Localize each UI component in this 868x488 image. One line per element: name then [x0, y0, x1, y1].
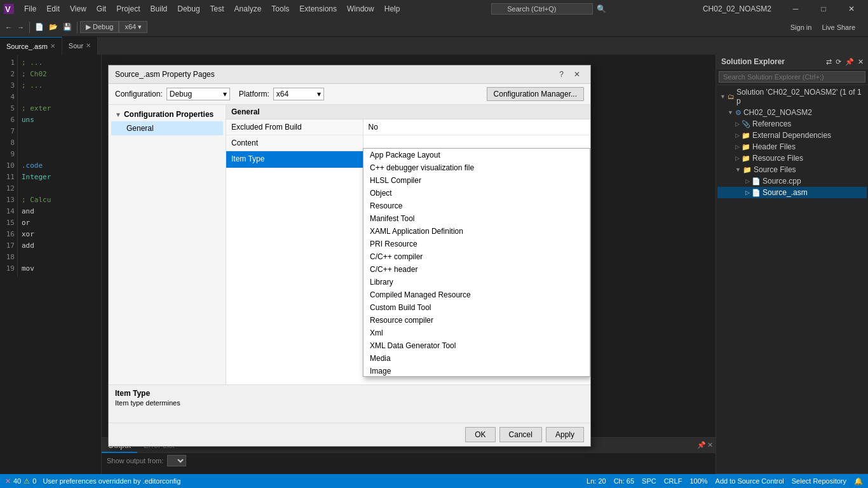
- toolbar-new[interactable]: 📄: [32, 22, 46, 32]
- toolbar-debug[interactable]: ▶ Debug: [80, 21, 119, 33]
- menu-test[interactable]: Test: [205, 0, 229, 18]
- se-references-label: References: [752, 119, 791, 128]
- dropdown-item-hlsl[interactable]: HLSL Compiler: [363, 174, 590, 187]
- menu-debug[interactable]: Debug: [172, 0, 205, 18]
- dropdown-item-xml-data[interactable]: XML Data Generator Tool: [363, 339, 590, 352]
- references-icon: 📎: [742, 120, 750, 128]
- config-props-item[interactable]: ▼ Configuration Properties: [111, 107, 223, 121]
- dropdown-item-resource[interactable]: Resource: [363, 200, 590, 212]
- se-pin-btn[interactable]: 📌: [843, 57, 856, 67]
- menu-file[interactable]: File: [19, 0, 41, 18]
- menu-view[interactable]: View: [65, 0, 92, 18]
- toolbar-separator-1: [29, 22, 30, 33]
- maximize-button[interactable]: □: [810, 0, 837, 18]
- se-resource-files-label: Resource Files: [752, 154, 803, 163]
- line-numbers: 12345 678910 1112131415 16171819: [0, 55, 18, 277]
- dropdown-item-custom-build[interactable]: Custom Build Tool: [363, 301, 590, 314]
- output-pin-btn[interactable]: 📌: [697, 441, 706, 449]
- menu-git[interactable]: Git: [92, 0, 111, 18]
- se-references-item[interactable]: ▷ 📎 References: [717, 118, 867, 130]
- error-indicator-status[interactable]: ✕ 40 ⚠ 0: [5, 477, 36, 485]
- tab-source-asm-close[interactable]: ✕: [50, 37, 55, 55]
- status-left-text: User preferences overridden by .editorco…: [43, 477, 180, 485]
- dropdown-item-cpp-debugger[interactable]: C++ debugger visualization file: [363, 161, 590, 174]
- prop-name-content: Content: [226, 135, 363, 151]
- toolbar-open[interactable]: 📂: [46, 22, 60, 32]
- output-close-btn[interactable]: ✕: [707, 441, 713, 449]
- se-source-cpp-item[interactable]: ▷ 📄 Source.cpp: [717, 175, 867, 187]
- ok-button[interactable]: OK: [465, 427, 495, 442]
- config-dropdown[interactable]: Debug ▾: [166, 88, 230, 100]
- se-source-files-item[interactable]: ▼ 📁 Source Files: [717, 164, 867, 175]
- tab-sour[interactable]: Sour ✕: [62, 37, 98, 55]
- dropdown-item-xaml-app[interactable]: XAML Application Definition: [363, 225, 590, 238]
- menu-build[interactable]: Build: [146, 0, 173, 18]
- toolbar-back[interactable]: ←: [3, 22, 15, 32]
- se-close-btn[interactable]: ✕: [856, 57, 865, 67]
- menu-edit[interactable]: Edit: [41, 0, 65, 18]
- dropdown-item-cpp-compiler[interactable]: C/C++ compiler: [363, 250, 590, 263]
- select-repository[interactable]: Select Repository: [792, 477, 846, 485]
- search-icon: 🔍: [597, 4, 606, 13]
- dropdown-item-cpp-header[interactable]: C/C++ header: [363, 263, 590, 276]
- close-button[interactable]: ✕: [837, 0, 865, 18]
- toolbar-save[interactable]: 💾: [60, 22, 74, 32]
- property-pages-dialog: Source_.asm Property Pages ? ✕ Configura…: [108, 65, 591, 447]
- toolbar-forward[interactable]: →: [15, 22, 27, 32]
- live-share-btn[interactable]: Live Share: [819, 22, 858, 32]
- error-count: 40: [13, 477, 21, 485]
- tab-source-asm-label: Source_.asm: [6, 37, 48, 55]
- se-solution-item[interactable]: ▼ 🗂 Solution 'CH02_02_NOASM2' (1 of 1 p: [717, 86, 867, 107]
- se-resource-files-item[interactable]: ▷ 📁 Resource Files: [717, 152, 867, 164]
- menu-extensions[interactable]: Extensions: [294, 0, 342, 18]
- dropdown-item-media[interactable]: Media: [363, 352, 590, 365]
- dialog-close-btn[interactable]: ✕: [570, 69, 584, 80]
- se-external-deps-item[interactable]: ▷ 📁 External Dependencies: [717, 130, 867, 141]
- se-project-item[interactable]: ▼ ⚙ CH02_02_NOASM2: [717, 107, 867, 118]
- notification-bell-icon[interactable]: 🔔: [854, 477, 863, 485]
- source-asm-expand-icon: ▷: [745, 189, 750, 196]
- dropdown-item-pri[interactable]: PRI Resource: [363, 238, 590, 250]
- dropdown-item-library[interactable]: Library: [363, 276, 590, 288]
- search-bar[interactable]: Search (Ctrl+Q): [491, 3, 593, 15]
- dialog-help-btn[interactable]: ?: [555, 69, 567, 80]
- general-item[interactable]: General: [111, 121, 223, 135]
- se-source-asm-item[interactable]: ▷ 📄 Source_.asm: [717, 187, 867, 198]
- tab-source-asm[interactable]: Source_.asm ✕: [0, 37, 62, 55]
- cancel-button[interactable]: Cancel: [499, 427, 542, 442]
- header-files-icon: 📁: [742, 143, 750, 151]
- platform-dropdown[interactable]: x64 ▾: [273, 88, 324, 100]
- apply-button[interactable]: Apply: [546, 427, 584, 442]
- menu-help[interactable]: Help: [379, 0, 405, 18]
- tree-expand-icon: ▼: [115, 111, 121, 118]
- menu-tools[interactable]: Tools: [266, 0, 294, 18]
- se-sync-btn[interactable]: ⇄: [824, 57, 834, 67]
- sign-in-btn[interactable]: Sign in: [788, 22, 815, 32]
- itemtype-dropdown-list[interactable]: App Package Layout C++ debugger visualiz…: [363, 148, 590, 377]
- output-source-select[interactable]: [167, 455, 186, 466]
- config-manager-btn[interactable]: Configuration Manager...: [487, 87, 584, 101]
- se-source-cpp-label: Source.cpp: [763, 177, 801, 186]
- window-title: CH02_02_NOASM2: [703, 4, 771, 13]
- se-search-container: [716, 69, 868, 85]
- dropdown-item-resource-compiler[interactable]: Resource compiler: [363, 314, 590, 327]
- toolbar-platform[interactable]: x64 ▾: [119, 21, 147, 33]
- tab-sour-close[interactable]: ✕: [86, 37, 91, 55]
- menu-analyze[interactable]: Analyze: [229, 0, 267, 18]
- se-refresh-btn[interactable]: ⟳: [834, 57, 843, 67]
- dropdown-item-app-package[interactable]: App Package Layout: [363, 149, 590, 161]
- dropdown-item-image[interactable]: Image: [363, 365, 590, 377]
- dropdown-item-compiled-managed[interactable]: Compiled Managed Resource: [363, 288, 590, 301]
- dropdown-item-object[interactable]: Object: [363, 187, 590, 200]
- dialog-body: ▼ Configuration Properties General Gener…: [109, 105, 590, 384]
- se-search-input[interactable]: [719, 71, 865, 83]
- add-to-source-control[interactable]: Add to Source Control: [715, 477, 784, 485]
- dropdown-item-manifest[interactable]: Manifest Tool: [363, 212, 590, 225]
- dropdown-item-xml[interactable]: Xml: [363, 327, 590, 339]
- section-header: General: [226, 105, 590, 119]
- dialog-config-row: Configuration: Debug ▾ Platform: x64 ▾ C…: [109, 84, 590, 105]
- minimize-button[interactable]: ─: [782, 0, 810, 18]
- menu-project[interactable]: Project: [111, 0, 145, 18]
- menu-window[interactable]: Window: [342, 0, 379, 18]
- se-header-files-item[interactable]: ▷ 📁 Header Files: [717, 141, 867, 152]
